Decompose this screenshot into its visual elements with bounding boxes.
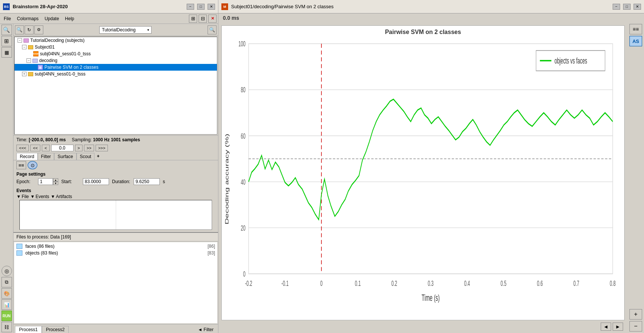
toolbar-btn-search-right[interactable]: 🔍: [208, 25, 217, 34]
plot-sidebar-plus-btn[interactable]: +: [629, 309, 642, 320]
xtick--01: -0.1: [281, 279, 289, 287]
nav-btn-next[interactable]: >: [75, 145, 83, 151]
tab-filter[interactable]: Filter: [38, 153, 55, 160]
subtoolbar-circle-btn[interactable]: ⊙: [28, 161, 37, 169]
tab-process1[interactable]: Process1: [15, 326, 42, 333]
tree-area: − TutorialDecoding (subjects) − Subject0…: [14, 37, 217, 135]
legend-text: objects vs faces: [554, 56, 587, 65]
tab-add-button[interactable]: +: [94, 153, 102, 160]
maximize-button[interactable]: □: [197, 4, 205, 10]
menu-help[interactable]: Help: [63, 15, 77, 22]
events-col-1: [20, 200, 116, 229]
expand-subj04[interactable]: +: [22, 72, 27, 76]
plot-nav-next[interactable]: ►: [613, 323, 623, 331]
tree-item-pairwise[interactable]: ▦ Pairwise SVM on 2 classes: [15, 64, 217, 71]
run-button[interactable]: RUN: [1, 311, 12, 321]
duration-input[interactable]: [134, 178, 160, 185]
minimize-button[interactable]: −: [187, 4, 194, 10]
xtick-03: 0.3: [428, 279, 434, 287]
start-input[interactable]: [83, 178, 109, 185]
sidebar-icon-layers[interactable]: ⧉: [1, 277, 12, 287]
ytick-0: 0: [243, 269, 245, 278]
plot-maximize-btn[interactable]: □: [623, 4, 631, 10]
sidebar-icon-chart[interactable]: 📊: [1, 299, 12, 310]
events-file-dropdown[interactable]: ▼ File: [16, 194, 29, 199]
expand-decoding[interactable]: −: [27, 58, 31, 63]
plot-close-btn[interactable]: ✕: [634, 4, 641, 10]
sidebar-icon-search[interactable]: 🔍: [1, 25, 12, 35]
nav-time-input[interactable]: [51, 145, 74, 151]
epoch-down-btn[interactable]: ▼: [53, 182, 58, 185]
toolbar-btn-settings[interactable]: ⚙: [34, 25, 43, 34]
plot-nav-prev[interactable]: ◄: [601, 323, 611, 331]
subtoolbar-waves-btn[interactable]: ≡≡: [16, 161, 26, 169]
file-label: File: [22, 194, 29, 199]
raw-file-icon: RAW: [33, 51, 38, 56]
duration-unit: s: [163, 179, 165, 184]
tree-item-subject01[interactable]: − Subject01: [15, 44, 217, 50]
sidebar-icon-table[interactable]: ▦: [1, 47, 12, 58]
menu-file[interactable]: File: [1, 15, 13, 22]
icon-btn-1[interactable]: ⊞: [189, 15, 197, 23]
sidebar-icon-color[interactable]: 🎨: [1, 288, 12, 299]
epoch-input[interactable]: [38, 178, 53, 185]
left-content: 🔍 ⊞ ▦ ◎ ⧉ 🎨 📊 RUN ⛓ 🔍 ↻ ⚙ TutorialDe: [0, 24, 218, 333]
events-events-dropdown[interactable]: ▼ Events: [30, 194, 49, 199]
left-panel: BS Brainstorm 28-Apr-2020 − □ ✕ File Col…: [0, 0, 218, 333]
ytick-20: 20: [241, 223, 246, 232]
plot-title-controls: − □ ✕: [613, 4, 641, 10]
tree-item-tutorial[interactable]: − TutorialDecoding (subjects): [15, 37, 217, 44]
plot-sidebar: ≡≡ AS + −: [628, 22, 644, 333]
menu-items: File Colormaps Update Help: [1, 15, 77, 22]
menu-update[interactable]: Update: [42, 15, 61, 22]
tab-record[interactable]: Record: [16, 153, 38, 160]
icon-btn-2[interactable]: ⊟: [199, 15, 207, 23]
menu-colormaps[interactable]: Colormaps: [15, 15, 41, 22]
title-controls: − □ ✕: [187, 4, 215, 10]
tab-process2[interactable]: Process2: [42, 326, 69, 333]
toolbar-btn-refresh[interactable]: ↻: [25, 25, 34, 34]
tree-label-subj04: subj04NN_sess01-0_tsss: [35, 71, 85, 77]
xtick--02: -0.2: [245, 279, 252, 287]
plot-sidebar-as-btn[interactable]: AS: [629, 36, 642, 46]
tree-item-decoding[interactable]: − decoding: [15, 57, 217, 64]
plot-minimize-btn[interactable]: −: [613, 4, 620, 10]
sidebar-icon-circle[interactable]: ◎: [1, 266, 12, 276]
nav-btn-last[interactable]: >>>: [96, 145, 108, 151]
tree-item-raw[interactable]: RAW subj04NN_sess01-0_tsss: [15, 50, 217, 57]
nav-btn-next2[interactable]: >>: [84, 145, 94, 151]
tab-scout[interactable]: Scout: [77, 153, 95, 160]
viewer-controls: <<< << < > >> >>>: [13, 144, 218, 152]
epoch-spinner: ▲ ▼: [38, 178, 58, 185]
epoch-up-btn[interactable]: ▲: [53, 178, 58, 182]
sampling-item: Sampling: 1000 Hz 1001 samples: [72, 137, 140, 142]
tab-surface[interactable]: Surface: [54, 153, 76, 160]
expand-tutorial[interactable]: −: [18, 38, 22, 43]
plot-main: Pairwise SVM on 2 classes Decoding accur…: [218, 22, 628, 333]
nav-btn-prev2[interactable]: <<: [30, 145, 40, 151]
sidebar-icon-grid[interactable]: ⊞: [1, 36, 12, 46]
plot-sidebar-waves-btn[interactable]: ≡≡: [629, 24, 642, 34]
plot-sidebar-minus-btn[interactable]: −: [629, 321, 642, 332]
subject-dropdown[interactable]: TutorialDecoding ▼: [99, 26, 152, 34]
ytick-80: 80: [241, 86, 246, 94]
folder-icon-subj04: [28, 72, 33, 76]
close-icon-btn[interactable]: ✕: [208, 15, 217, 23]
menu-icons: ⊞ ⊟ ✕: [189, 15, 217, 23]
viewer-tabs: Record Filter Surface Scout +: [13, 152, 218, 160]
dropdown-arrow-icon: ▼: [147, 28, 150, 31]
toolbar-btn-search[interactable]: 🔍: [15, 25, 24, 34]
tree-label-tutorial: TutorialDecoding (subjects): [30, 38, 85, 43]
objects-name: objects (83 files): [25, 250, 205, 256]
nav-btn-first[interactable]: <<<: [16, 145, 29, 151]
sidebar-icon-link[interactable]: ⛓: [1, 322, 12, 332]
events-artifacts-dropdown[interactable]: ▼ Artifacts: [51, 194, 72, 199]
nav-btn-prev[interactable]: <: [42, 145, 49, 151]
dropdown-arrow-file: ▼: [16, 194, 21, 199]
close-button[interactable]: ✕: [208, 4, 215, 10]
files-list: faces (86 files) [86] objects (83 files)…: [14, 242, 217, 323]
filter-button[interactable]: ◄ Filter: [195, 326, 217, 333]
objects-count: [83]: [208, 250, 215, 256]
expand-subject01[interactable]: −: [22, 45, 27, 49]
tree-item-subj04[interactable]: + subj04NN_sess01-0_tsss: [15, 71, 217, 77]
